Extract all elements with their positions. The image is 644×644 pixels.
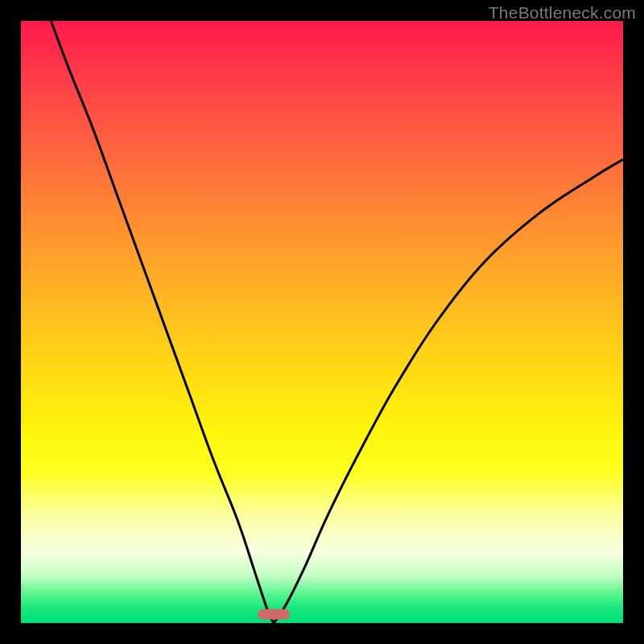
left-curve xyxy=(51,21,274,623)
chart-curve-svg xyxy=(21,21,623,623)
chart-marker-pill xyxy=(258,609,290,619)
right-curve xyxy=(274,159,623,623)
chart-plot-area xyxy=(21,21,623,623)
watermark-text: TheBottleneck.com xyxy=(489,3,636,23)
